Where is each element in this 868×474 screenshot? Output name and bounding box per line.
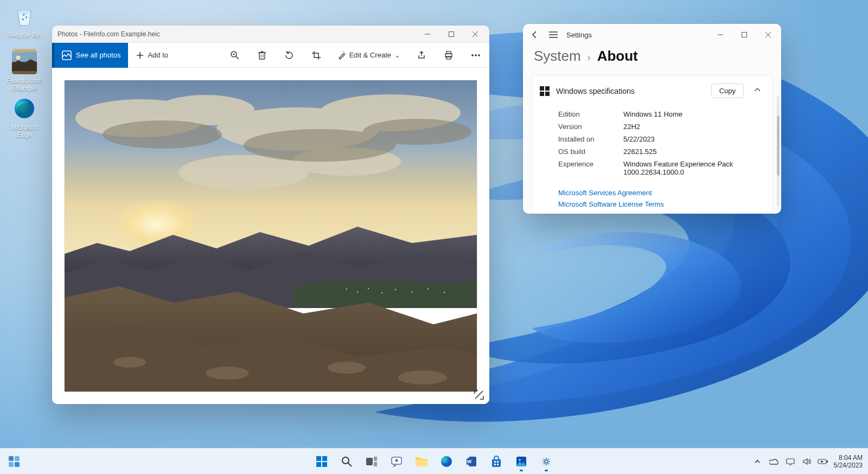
breadcrumb: System › About: [523, 46, 781, 70]
svg-point-76: [441, 456, 452, 467]
settings-window: Settings System › About Windows specific…: [523, 24, 781, 214]
photos-titlebar[interactable]: Photos - FileInfo.com Example.heic: [52, 25, 489, 43]
svg-text:W: W: [467, 459, 472, 464]
crop-button[interactable]: [303, 43, 330, 68]
minimize-button[interactable]: [709, 27, 732, 43]
svg-point-46: [206, 367, 249, 380]
tray-battery[interactable]: [818, 451, 828, 472]
tray-onedrive[interactable]: [769, 451, 780, 472]
minimize-button[interactable]: [416, 26, 439, 42]
spec-row-installed: Installed on5/22/2023: [558, 133, 762, 145]
svg-line-93: [548, 463, 550, 464]
svg-point-24: [475, 54, 477, 56]
back-button[interactable]: [529, 29, 540, 40]
start-button[interactable]: [311, 451, 333, 472]
rotate-icon: [284, 50, 294, 60]
svg-rect-21: [446, 52, 451, 54]
chat-button[interactable]: [386, 451, 407, 472]
desktop-icon-recycle-bin[interactable]: Recycle Bin: [3, 3, 46, 39]
close-button[interactable]: [463, 26, 487, 42]
add-to-button[interactable]: Add to: [128, 43, 176, 68]
gear-icon: [540, 456, 552, 467]
svg-rect-70: [366, 458, 373, 465]
search-button[interactable]: [336, 451, 358, 472]
plus-icon: [136, 51, 144, 60]
svg-point-68: [342, 457, 349, 464]
maximize-button[interactable]: [732, 27, 756, 43]
photos-taskbar-button[interactable]: [510, 451, 532, 472]
photos-window: Photos - FileInfo.com Example.heic See a…: [52, 25, 489, 404]
edit-create-button[interactable]: Edit & Create ⌄: [330, 43, 408, 68]
widgets-button[interactable]: [3, 451, 25, 472]
svg-rect-81: [497, 461, 499, 463]
svg-point-39: [368, 288, 369, 289]
svg-rect-82: [494, 464, 496, 465]
settings-scrollbar[interactable]: [777, 95, 780, 207]
delete-icon: [258, 50, 266, 60]
hamburger-button[interactable]: [548, 29, 559, 40]
svg-point-85: [519, 459, 521, 461]
chevron-up-icon: [754, 86, 761, 94]
tray-network[interactable]: [785, 451, 796, 472]
svg-rect-67: [322, 462, 327, 467]
collapse-button[interactable]: [750, 86, 764, 96]
widgets-icon: [8, 456, 20, 467]
taskbar-clock[interactable]: 8:04 AM 5/24/2023: [834, 454, 863, 469]
settings-app-title: Settings: [566, 31, 592, 39]
svg-rect-96: [787, 459, 794, 464]
zoom-button[interactable]: [221, 43, 248, 68]
store-button[interactable]: [486, 451, 507, 472]
svg-point-25: [478, 54, 480, 56]
tray-volume[interactable]: [801, 451, 812, 472]
scrollbar-thumb[interactable]: [777, 116, 780, 176]
print-button[interactable]: [435, 43, 462, 68]
word-icon: W: [465, 456, 477, 467]
desktop-icon-file-example[interactable]: FileInfo.com Example: [3, 49, 46, 92]
add-to-label: Add to: [148, 51, 168, 59]
desktop-icon-label: Microsoft Edge: [3, 124, 46, 139]
link-license-terms[interactable]: Microsoft Software License Terms: [558, 198, 762, 210]
svg-rect-65: [322, 456, 327, 461]
spec-table: EditionWindows 11 Home Version22H2 Insta…: [532, 106, 772, 185]
svg-point-74: [395, 459, 398, 462]
svg-point-48: [398, 370, 447, 385]
speaker-icon: [802, 458, 811, 465]
taskbar: W 8:04 AM 5/24/2023: [0, 448, 868, 474]
settings-taskbar-button[interactable]: [535, 451, 557, 472]
search-icon: [341, 456, 353, 467]
chat-icon: [391, 456, 403, 467]
word-button[interactable]: W: [461, 451, 482, 472]
close-button[interactable]: [756, 27, 780, 43]
settings-titlebar[interactable]: Settings: [523, 24, 781, 46]
link-services-agreement[interactable]: Microsoft Services Agreement: [558, 187, 762, 198]
photo-viewport[interactable]: [64, 80, 477, 392]
photo-thumbnail-icon: [11, 49, 37, 75]
windows-specifications-card: Windows specifications Copy EditionWindo…: [532, 75, 773, 214]
clock-date: 5/24/2023: [834, 462, 863, 469]
svg-point-45: [113, 357, 146, 368]
delete-button[interactable]: [248, 43, 276, 68]
desktop-icon-edge[interactable]: Microsoft Edge: [3, 95, 46, 139]
photos-app-icon: [515, 456, 527, 467]
task-view-button[interactable]: [361, 451, 382, 472]
share-icon: [417, 50, 426, 60]
svg-rect-80: [494, 461, 496, 463]
desktop[interactable]: Recycle Bin FileInfo.com Example Microso…: [0, 0, 868, 474]
file-explorer-button[interactable]: [411, 451, 432, 472]
share-button[interactable]: [408, 43, 435, 68]
tray-overflow-button[interactable]: [751, 451, 763, 472]
more-button[interactable]: [462, 43, 489, 68]
more-icon: [471, 54, 481, 57]
see-all-photos-button[interactable]: See all photos: [52, 43, 128, 68]
edge-taskbar-button[interactable]: [436, 451, 457, 472]
svg-rect-53: [742, 33, 747, 37]
svg-point-43: [427, 289, 429, 290]
rotate-button[interactable]: [276, 43, 303, 68]
folder-icon: [415, 456, 428, 467]
copy-button[interactable]: Copy: [711, 84, 744, 98]
svg-rect-61: [15, 456, 20, 461]
maximize-button[interactable]: [439, 26, 463, 42]
spec-row-version: Version22H2: [558, 120, 762, 133]
breadcrumb-system[interactable]: System: [534, 48, 581, 65]
fullscreen-button[interactable]: [473, 389, 485, 401]
